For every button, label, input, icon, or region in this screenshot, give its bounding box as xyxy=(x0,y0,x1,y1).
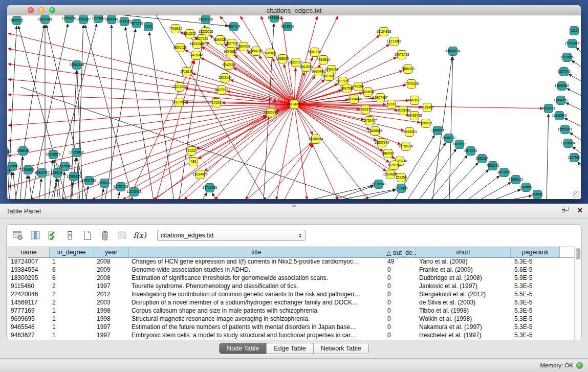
window-resize-grip[interactable] xyxy=(573,191,580,198)
import-table-icon[interactable] xyxy=(116,229,128,242)
graph-node[interactable]: 9242848 xyxy=(222,61,235,70)
graph-node[interactable]: 7463822 xyxy=(169,25,182,33)
table-row[interactable]: 946362711997Embryonic stem cells: a mode… xyxy=(8,332,580,340)
cell-short[interactable]: Nakamura et al. (1997) xyxy=(417,323,512,332)
graph-node[interactable]: 16107552 xyxy=(172,98,187,107)
graph-edge[interactable] xyxy=(212,193,216,199)
graph-edge[interactable] xyxy=(566,103,581,112)
table-row[interactable]: 1456911722003Disruption of a novel membe… xyxy=(8,299,580,307)
cell-pagerank[interactable]: 5.9E-5 xyxy=(512,274,561,282)
graph-node[interactable]: 17005 xyxy=(212,99,221,107)
table-row[interactable]: 1872400712008Changes of HCN gene express… xyxy=(8,258,580,266)
cell-title[interactable]: Tourette syndrome. Phenomenology and cla… xyxy=(129,282,385,291)
cell-name[interactable]: 19384554 xyxy=(8,266,50,274)
cell-name[interactable]: 9465546 xyxy=(8,323,50,332)
graph-node[interactable]: 7857224 xyxy=(227,23,241,31)
graph-edge[interactable] xyxy=(156,15,266,199)
graph-node[interactable]: 8938923 xyxy=(442,134,455,143)
cell-title[interactable]: Genome-wide association studies in ADHD. xyxy=(129,266,385,274)
cell-out_de[interactable]: 0 xyxy=(385,266,417,274)
cell-year[interactable]: 2003 xyxy=(94,299,129,307)
graph-node[interactable]: 1733426 xyxy=(395,184,408,193)
cell-year[interactable]: 2008 xyxy=(94,274,129,282)
graph-node[interactable]: 8471076 xyxy=(497,168,511,177)
graph-edge[interactable] xyxy=(9,172,12,199)
graph-node[interactable]: 16210643 xyxy=(552,112,567,120)
graph-node[interactable]: 924502 xyxy=(532,190,543,199)
scrollbar-thumb[interactable] xyxy=(576,248,580,259)
float-panel-icon[interactable] xyxy=(562,207,570,214)
graph-node[interactable]: 8196328 xyxy=(213,36,227,45)
graph-edge[interactable] xyxy=(86,186,88,199)
graph-edge[interactable] xyxy=(8,104,294,156)
graph-node[interactable]: 17957252 xyxy=(82,177,97,185)
graph-node[interactable]: 10653287 xyxy=(76,15,91,24)
graph-edge[interactable] xyxy=(233,68,294,104)
table-row[interactable]: 969969511998Structural magnetic resonanc… xyxy=(8,315,580,323)
cell-pagerank[interactable]: 5.3E-5 xyxy=(512,323,561,332)
graph-edge[interactable] xyxy=(307,185,373,199)
cell-in_degree[interactable]: 1 xyxy=(50,258,94,266)
cell-name[interactable]: 9777169 xyxy=(8,307,50,315)
graph-edge[interactable] xyxy=(246,143,312,199)
select-all-icon[interactable] xyxy=(47,229,59,242)
cell-pagerank[interactable]: 5.3E-5 xyxy=(512,332,561,340)
column-header-in_degree[interactable]: in_degree xyxy=(50,247,94,257)
column-header-name[interactable]: name xyxy=(8,247,50,257)
network-canvas[interactable]: 1872400718300295193845548912954746382286… xyxy=(7,15,581,199)
column-header-short[interactable]: short xyxy=(416,247,511,257)
cell-short[interactable]: Tibbo et al. (1998) xyxy=(417,307,512,315)
graph-node[interactable]: 17359938 xyxy=(69,148,84,157)
graph-node[interactable]: 9115460 xyxy=(421,103,434,112)
cell-in_degree[interactable]: 2 xyxy=(50,282,94,291)
graph-edge[interactable] xyxy=(8,104,294,110)
graph-node[interactable]: 2935114 xyxy=(476,155,489,163)
graph-edge[interactable] xyxy=(8,104,294,171)
graph-node[interactable]: 16136141 xyxy=(372,180,386,189)
cell-short[interactable]: Franke et al. (2009) xyxy=(417,266,512,274)
graph-node[interactable]: 12342757 xyxy=(35,169,50,178)
graph-node[interactable]: 15992971 xyxy=(558,125,573,134)
graph-edge[interactable] xyxy=(576,48,581,55)
table-vertical-scrollbar[interactable] xyxy=(574,247,581,340)
graph-node[interactable]: 8427552 xyxy=(215,86,228,95)
tab-network-table[interactable]: Network Table xyxy=(314,343,368,354)
table-selector-dropdown[interactable]: citations_edges.txt ▲▼ xyxy=(157,230,306,241)
graph-node[interactable]: 1156819 xyxy=(22,166,35,174)
cell-year[interactable]: 1998 xyxy=(94,315,129,323)
cell-name[interactable]: 9115460 xyxy=(8,282,50,291)
table-row[interactable]: 946554611997Estimation of the future num… xyxy=(8,323,580,332)
graph-node[interactable]: 6466140 xyxy=(105,15,118,24)
graph-node[interactable]: 12444153 xyxy=(554,96,569,105)
cell-name[interactable]: 18300295 xyxy=(8,274,50,282)
cell-name[interactable]: 14569117 xyxy=(8,299,50,307)
table-row[interactable]: 911546021997Tourette syndrome. Phenomeno… xyxy=(8,282,580,291)
cell-out_de[interactable]: 0 xyxy=(385,282,417,291)
tab-node-table[interactable]: Node Table xyxy=(220,343,267,354)
graph-node[interactable]: 62160 xyxy=(387,100,396,109)
new-column-icon[interactable] xyxy=(81,229,94,242)
graph-edge[interactable] xyxy=(547,114,549,199)
graph-edge[interactable] xyxy=(284,144,313,199)
graph-node[interactable]: 19495758 xyxy=(407,112,422,120)
graph-node[interactable]: 17016504 xyxy=(561,139,576,148)
graph-node[interactable]: 7986372 xyxy=(359,105,372,114)
cell-out_de[interactable]: 0 xyxy=(385,274,417,282)
graph-node[interactable]: 9699695 xyxy=(419,119,432,128)
cell-title[interactable]: Corpus callosum shape and size in male p… xyxy=(129,307,385,315)
cell-title[interactable]: Structural magnetic resonance image aver… xyxy=(129,315,385,323)
delete-column-icon[interactable] xyxy=(99,229,111,242)
cell-year[interactable]: 1998 xyxy=(94,307,129,315)
cell-name[interactable]: 9699695 xyxy=(8,315,50,323)
cell-title[interactable]: Embryonic stem cells: a model to study s… xyxy=(129,332,385,340)
graph-node[interactable]: 9227343 xyxy=(557,68,571,76)
cell-name[interactable]: 9463627 xyxy=(8,332,50,340)
cell-out_de[interactable]: 0 xyxy=(385,315,417,323)
column-header-pagerank[interactable]: pagerank xyxy=(511,247,560,257)
cell-name[interactable]: 18724007 xyxy=(8,258,50,266)
column-header-out_de[interactable]: △ out_de... xyxy=(384,247,416,257)
graph-edge[interactable] xyxy=(449,57,453,199)
graph-node[interactable]: 10688609 xyxy=(368,127,383,136)
cell-title[interactable]: Estimation of significance thresholds fo… xyxy=(129,274,385,282)
graph-edge[interactable] xyxy=(569,74,581,83)
